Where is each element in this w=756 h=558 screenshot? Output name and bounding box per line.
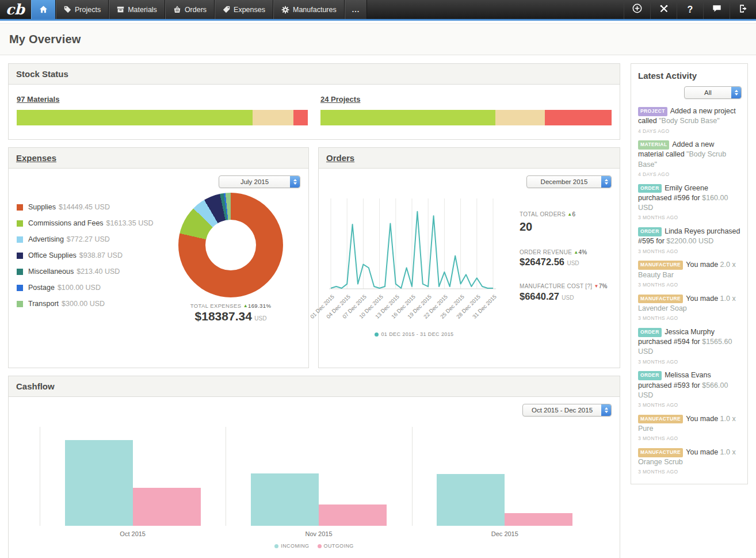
currency-label: USD — [567, 260, 579, 266]
add-button[interactable] — [624, 0, 650, 19]
home-icon — [39, 5, 48, 14]
cashflow-bar-outgoing — [133, 488, 201, 526]
activity-item[interactable]: MANUFACTURE You made 1.0 x Lavender Soap… — [631, 289, 747, 322]
nav-tab-projects[interactable]: Projects — [56, 0, 109, 19]
projects-tag-icon — [64, 6, 71, 13]
projects-count-link[interactable]: 24 Projects — [320, 95, 360, 104]
select-stepper-icon — [601, 404, 611, 416]
expense-legend-item: Office Supplies$938.87 USD — [17, 251, 173, 259]
activity-item[interactable]: MANUFACTURE You made 1.0 x Orange Scrub3… — [631, 442, 747, 476]
stock-projects-group: 24 Projects — [320, 94, 612, 125]
orders-period-select[interactable]: December 2015 — [526, 175, 612, 188]
activity-text: You made — [684, 415, 720, 423]
activity-detail: "Body Scrub Base" — [659, 117, 719, 125]
cashflow-bar-group — [226, 473, 411, 526]
legend-swatch-icon — [17, 220, 23, 227]
legend-label: Transport — [28, 300, 59, 308]
orders-title-link[interactable]: Orders — [326, 153, 354, 163]
activity-type-badge: ORDER — [638, 328, 662, 337]
materials-box-icon — [117, 6, 124, 13]
select-stepper-icon — [601, 176, 611, 188]
stock-status-title: Stock Status — [9, 64, 620, 85]
expenses-period-select[interactable]: July 2015 — [219, 175, 300, 188]
stat-delta: 7% — [599, 283, 608, 289]
activity-item[interactable]: MANUFACTURE You made 1.0 x Pure3 MONTHS … — [631, 409, 747, 442]
stat-value: 20 — [520, 220, 612, 234]
stock-bar-segment — [320, 110, 495, 125]
nav-tab-home[interactable] — [31, 0, 56, 19]
activity-type-badge: ORDER — [638, 227, 662, 236]
legend-label: Postage — [28, 284, 55, 292]
expenses-totals: TOTAL EXPENSES ▲169.31% $18387.34 USD — [190, 303, 272, 323]
legend-value: $100.00 USD — [58, 284, 101, 292]
expense-legend-item: Miscellaneous$213.40 USD — [17, 267, 173, 276]
expense-legend-item: Advertising$772.27 USD — [17, 235, 173, 243]
manufactures-gear-icon — [281, 6, 289, 14]
plus-circle-icon — [632, 3, 642, 16]
select-value: Oct 2015 - Dec 2015 — [523, 407, 601, 414]
orders-stats: TOTAL ORDERS ▲6 20 ORDER REVENUE ▲4% $26… — [520, 210, 612, 337]
materials-stock-bar — [17, 110, 308, 125]
stat-value: $26472.56 — [520, 257, 564, 267]
cashflow-bar-outgoing — [319, 505, 387, 526]
expenses-donut-chart — [178, 193, 283, 297]
nav-tabs: Projects Materials Orders Expenses Manuf… — [31, 0, 367, 19]
cashflow-x-label: Nov 2015 — [226, 530, 411, 537]
nav-tab-more[interactable]: ... — [345, 0, 367, 19]
stat-label: MANUFACTURE COST [?] — [520, 283, 592, 289]
legend-label: Miscellaneous — [28, 267, 74, 276]
activity-item[interactable]: PROJECT Added a new project called "Body… — [631, 101, 747, 135]
activity-type-badge: PROJECT — [638, 107, 667, 116]
stat-delta: 4% — [578, 249, 587, 255]
activity-item[interactable]: ORDER Melissa Evans purchased #593 for $… — [631, 365, 747, 408]
cashflow-bar-outgoing — [505, 513, 572, 526]
stock-status-panel: Stock Status 97 Materials 24 Projects — [8, 63, 620, 140]
nav-tab-manufactures[interactable]: Manufactures — [273, 0, 345, 19]
nav-tab-materials[interactable]: Materials — [109, 0, 165, 19]
order-revenue-stat: ORDER REVENUE ▲4% $26472.56 USD — [520, 248, 612, 268]
expense-legend-item: Postage$100.00 USD — [17, 284, 173, 292]
delta-arrow-icon: ▼ — [594, 284, 598, 289]
stat-label: TOTAL ORDERS — [520, 211, 566, 217]
activity-type-badge: ORDER — [638, 371, 662, 380]
activity-type-badge: MANUFACTURE — [638, 261, 683, 270]
legend-swatch-icon — [17, 301, 23, 307]
app-logo[interactable]: cb — [0, 0, 31, 19]
page-title: My Overview — [9, 33, 747, 46]
cashflow-period-select[interactable]: Oct 2015 - Dec 2015 — [522, 404, 612, 416]
nav-tab-label: Projects — [75, 6, 101, 14]
feedback-button[interactable] — [703, 0, 730, 19]
activity-type-badge: MANUFACTURE — [638, 415, 683, 424]
activity-item[interactable]: ORDER Linda Reyes purchased #595 for $22… — [631, 221, 747, 255]
expenses-title-link[interactable]: Expenses — [16, 153, 56, 163]
select-value: All — [685, 89, 731, 96]
nav-tab-orders[interactable]: Orders — [165, 0, 215, 19]
help-button[interactable]: ? — [677, 0, 703, 19]
activity-timestamp: 3 MONTHS AGO — [638, 215, 740, 221]
tools-button[interactable] — [650, 0, 677, 19]
select-value: December 2015 — [527, 178, 601, 185]
logout-button[interactable] — [730, 0, 756, 19]
activity-item[interactable]: ORDER Jessica Murphy purchased #594 for … — [631, 322, 747, 365]
activity-item[interactable]: MATERIAL Added a new material called "Bo… — [631, 135, 747, 178]
activity-timestamp: 3 MONTHS AGO — [638, 435, 740, 442]
activity-item[interactable]: MANUFACTURE You made 2.0 x Beauty Bar3 M… — [631, 255, 747, 288]
cashflow-legend-entry: OUTGOING — [318, 543, 354, 549]
page-header: My Overview — [0, 23, 756, 55]
materials-count-link[interactable]: 97 Materials — [17, 95, 59, 104]
select-stepper-icon — [731, 87, 741, 98]
activity-item[interactable]: ORDER Emily Greene purchased #596 for $1… — [631, 178, 747, 221]
cashflow-x-label: Oct 2015 — [40, 530, 226, 537]
activity-filter-select[interactable]: All — [684, 86, 742, 99]
nav-tab-expenses[interactable]: Expenses — [215, 0, 273, 19]
legend-value: $213.40 USD — [77, 267, 120, 276]
projects-stock-bar — [320, 110, 612, 125]
activity-timestamp: 3 MONTHS AGO — [638, 315, 740, 322]
total-expenses-value: $18387.34 — [195, 309, 252, 323]
legend-value: $938.87 USD — [79, 251, 123, 259]
cashflow-plot — [40, 434, 598, 526]
total-orders-stat: TOTAL ORDERS ▲6 20 — [520, 210, 612, 234]
expenses-tag-icon — [223, 6, 230, 13]
legend-label: Advertising — [28, 235, 64, 243]
top-navbar: cb Projects Materials Orders — [0, 0, 756, 21]
